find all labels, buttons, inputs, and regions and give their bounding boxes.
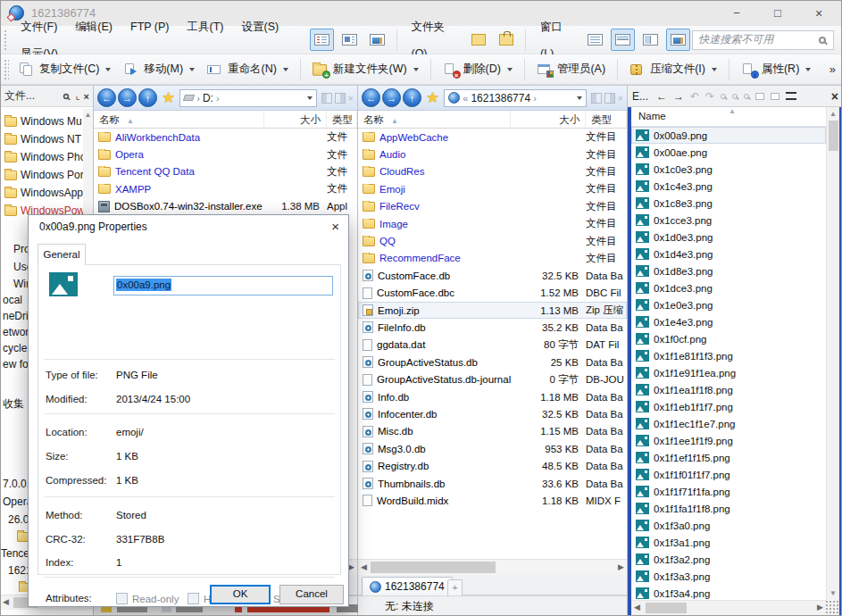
- menu-item-0[interactable]: 文件(F): [12, 21, 66, 33]
- full-size-icon[interactable]: [771, 93, 779, 100]
- file-row[interactable]: RecommendFace文件目: [358, 250, 627, 267]
- file-row[interactable]: Msg3.0.db953 KBData Ba: [358, 440, 627, 457]
- dropdown-arrow-icon[interactable]: [283, 68, 288, 71]
- view-thumbnail-button[interactable]: [365, 29, 389, 51]
- image-list-item[interactable]: 0x1cce3.png: [631, 212, 826, 229]
- image-list-item[interactable]: 0x1f1e91f1ea.png: [631, 364, 826, 381]
- up-button[interactable]: ↑: [403, 88, 421, 107]
- pane-close-icon[interactable]: ×: [618, 93, 623, 104]
- file-row[interactable]: WordBuild.midx1.18 KBMIDX F: [358, 492, 627, 509]
- tree-search-icon[interactable]: [63, 93, 69, 98]
- image-list-item[interactable]: 0x1c8e3.png: [631, 195, 826, 212]
- image-list-item[interactable]: 0x00ae.png: [631, 144, 826, 161]
- folder-lock-button[interactable]: [494, 29, 518, 51]
- toolbar-new-folder-button[interactable]: +新建文件夹(W): [306, 59, 425, 79]
- folder-copy-button[interactable]: [466, 29, 490, 51]
- file-row[interactable]: CloudRes文件目: [358, 163, 627, 180]
- pane1-address-bar[interactable]: › D: ›: [179, 89, 316, 107]
- tree-item-fragment[interactable]: ew fol: [3, 355, 30, 373]
- resize-grip[interactable]: [826, 600, 839, 615]
- new-tab-button[interactable]: +: [447, 579, 463, 595]
- fit-window-icon[interactable]: [755, 93, 764, 100]
- view-details-button[interactable]: [310, 29, 334, 51]
- file-row[interactable]: GroupActiveStatus.db-journal0 字节DB-JOU: [358, 370, 627, 387]
- menu-item-4[interactable]: 设置(S): [233, 21, 288, 33]
- image-list-item[interactable]: 0x1d0e3.png: [631, 229, 826, 246]
- maximize-button[interactable]: □: [757, 1, 798, 26]
- layout-list-button[interactable]: [583, 29, 607, 51]
- image-list-item[interactable]: 0x1c4e3.png: [631, 178, 826, 195]
- image-list-item[interactable]: 0x1e0e3.png: [631, 296, 826, 313]
- pane2-horizontal-scrollbar[interactable]: ◀ ▶: [358, 559, 627, 575]
- address-dropdown-icon[interactable]: [577, 96, 582, 100]
- scroll-right-icon[interactable]: ▶: [348, 562, 354, 571]
- image-list-item[interactable]: 0x00a9.png: [631, 127, 826, 144]
- image-list-item[interactable]: 0x1d8e3.png: [631, 262, 826, 279]
- image-list-item[interactable]: 0x1f1ee1f1f9.png: [631, 432, 826, 449]
- minimize-button[interactable]: −: [716, 1, 757, 26]
- pane2-path[interactable]: 1621386774: [471, 92, 530, 104]
- scroll-up-icon[interactable]: ▲: [83, 111, 93, 119]
- filename-input[interactable]: 0x00a9.png: [113, 276, 333, 296]
- image-list-item[interactable]: 0x1c0e3.png: [631, 161, 826, 178]
- file-row[interactable]: Opera文件: [94, 146, 357, 162]
- column-type[interactable]: 类型: [586, 111, 627, 128]
- toolbar-grip-2[interactable]: [4, 59, 9, 80]
- tree-item-fragment[interactable]: 收集: [3, 395, 24, 412]
- menu-item-1[interactable]: 编辑(E): [66, 21, 121, 33]
- menu-icon[interactable]: [786, 92, 796, 100]
- scroll-up-icon[interactable]: ▲: [827, 110, 839, 118]
- scroll-left-icon[interactable]: ◀: [3, 597, 9, 606]
- scrollbar-thumb[interactable]: [829, 121, 838, 151]
- toolbar-admin-button[interactable]: 管理员(A): [530, 59, 612, 79]
- column-name[interactable]: 名称▲: [358, 111, 511, 128]
- toolbar-delete-button[interactable]: ×删除(D): [437, 59, 519, 79]
- folder-tab[interactable]: 1621386774: [362, 577, 453, 595]
- image-list-item[interactable]: 0x1f1ec1f1e7.png: [631, 415, 826, 432]
- ok-button[interactable]: OK: [210, 585, 271, 604]
- split-right-icon[interactable]: [335, 93, 346, 104]
- split-right-icon[interactable]: [604, 93, 615, 104]
- pane1-path[interactable]: D:: [203, 92, 213, 104]
- file-row[interactable]: Audio文件目: [358, 146, 627, 162]
- dialog-close-icon[interactable]: ×: [331, 219, 339, 234]
- zoom-in-icon[interactable]: [721, 94, 726, 99]
- up-button[interactable]: ↑: [138, 88, 157, 107]
- tree-item[interactable]: Windows Pho: [4, 148, 83, 166]
- tree-item[interactable]: Windows Mu: [4, 112, 82, 130]
- scroll-down-icon[interactable]: ▼: [827, 589, 839, 597]
- attribute-checkbox-readonly[interactable]: Read-only: [116, 593, 179, 604]
- file-row[interactable]: Emoji.zip1.13 MBZip 压缩: [358, 302, 627, 319]
- scroll-left-icon[interactable]: ◀: [361, 562, 367, 571]
- image-list-item[interactable]: 0x1f1ea1f1f8.png: [631, 381, 826, 398]
- file-row[interactable]: FileInfo.db35.2 KBData Ba: [358, 319, 627, 336]
- file-row[interactable]: AliWorkbenchData文件: [94, 129, 357, 146]
- pane2-address-bar[interactable]: « 1621386774 ›: [444, 89, 586, 107]
- address-dropdown-icon[interactable]: [307, 96, 313, 100]
- split-left-icon[interactable]: [591, 93, 602, 104]
- file-row[interactable]: Registry.db48.5 KBData Ba: [358, 457, 627, 474]
- dropdown-arrow-icon[interactable]: [189, 68, 195, 71]
- toolbar-copy-button[interactable]: 复制文件(C): [13, 59, 117, 79]
- tree-item[interactable]: Windows Por: [4, 166, 83, 184]
- column-size[interactable]: 大小: [264, 111, 327, 128]
- column-type[interactable]: 类型: [327, 111, 357, 128]
- dropdown-arrow-icon[interactable]: [105, 68, 111, 71]
- toolbar-move-button[interactable]: 移动(M): [117, 59, 201, 79]
- file-row[interactable]: GroupActiveStatus.db25 KBData Ba: [358, 354, 627, 370]
- tree-pin-icon[interactable]: ⌞: [75, 90, 79, 102]
- undo-icon[interactable]: ↶: [690, 91, 699, 102]
- column-name[interactable]: 名称▲: [94, 111, 264, 128]
- cancel-button[interactable]: Cancel: [279, 585, 344, 604]
- forward-button[interactable]: →: [118, 88, 137, 107]
- back-button[interactable]: ←: [362, 88, 380, 107]
- favorites-star-icon[interactable]: ★: [426, 88, 439, 107]
- file-row[interactable]: Infocenter.db32.5 KBData Ba: [358, 405, 627, 422]
- toolbar-grip[interactable]: [4, 29, 8, 51]
- image-list-item[interactable]: 0x1f1f01f1f7.png: [631, 466, 826, 483]
- file-row[interactable]: Image文件目: [358, 215, 627, 232]
- back-icon[interactable]: ←: [656, 91, 667, 102]
- quick-search-input[interactable]: 快速搜索不可用: [692, 30, 834, 50]
- tab-general[interactable]: General: [38, 244, 86, 265]
- close-button[interactable]: ×: [798, 1, 839, 26]
